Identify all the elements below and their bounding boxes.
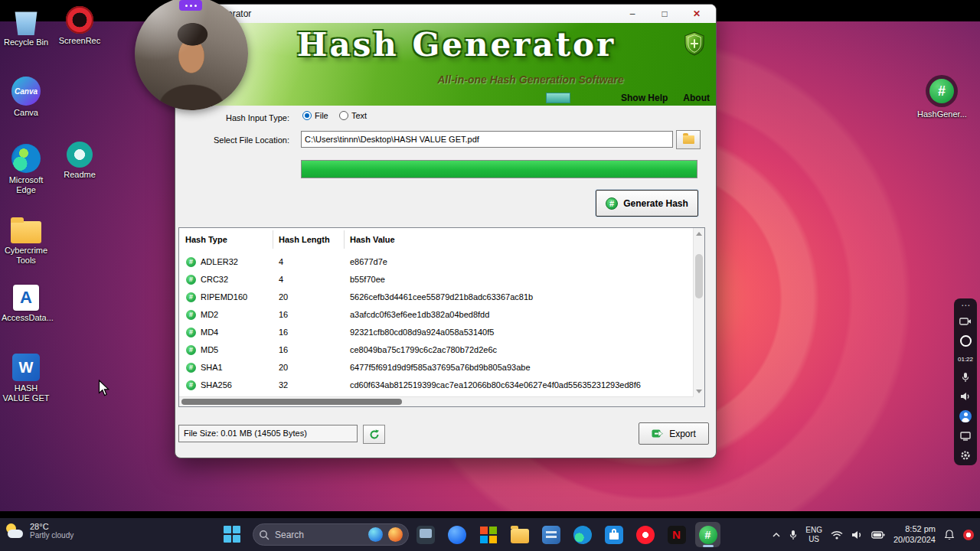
hash-type-cell: CRC32 (201, 271, 228, 289)
taskbar-app-pc[interactable] (413, 522, 438, 547)
col-hash-length[interactable]: Hash Length (279, 235, 330, 244)
hash-row-MD5[interactable]: #MD516ce8049ba75c1799c6c2ac780b72d2e6c (179, 341, 692, 359)
volume-icon[interactable] (851, 530, 863, 540)
search-box[interactable]: Search (253, 523, 409, 546)
col-hash-type[interactable]: Hash Type (185, 235, 227, 244)
hash-row-MD2[interactable]: #MD216a3afcdc0f63ef6ee1db382a04bed8fdd (179, 306, 692, 324)
hash-row-SHA256[interactable]: #SHA25632cd60f634ab812519399cac7ea12066b… (179, 377, 692, 394)
refresh-button[interactable] (363, 425, 385, 444)
export-button[interactable]: Export (639, 422, 709, 445)
recycle-icon (11, 6, 41, 35)
desktop-icon-canva[interactable]: Canva (2, 77, 51, 118)
desktop-icon-folder[interactable]: Cybercrime Tools (2, 216, 51, 265)
hash-icon: # (606, 197, 618, 210)
app-title: Hash Generator (175, 26, 716, 64)
taskbar-app-office[interactable] (475, 522, 501, 547)
tray-mic-icon[interactable] (789, 530, 797, 540)
hash-type-cell: MD2 (201, 306, 218, 324)
scrollbar-thumb[interactable] (695, 254, 703, 298)
readme-icon (67, 142, 93, 168)
display-icon[interactable] (954, 432, 977, 441)
hash-value-cell: ce8049ba75c1799c6c2ac780b72d2e6c (350, 341, 497, 359)
taskbar-app-hashgen[interactable] (695, 522, 720, 547)
desktop-icon-screenrec[interactable]: ScreenRec (55, 6, 104, 46)
hash-generator-window: erator – □ ✕ Hash Generator All-in-one H… (175, 4, 717, 458)
hash-icon: # (929, 79, 954, 103)
language-switcher[interactable]: ENG US (805, 526, 822, 543)
menu-about[interactable]: About (683, 93, 710, 103)
browse-button[interactable] (676, 130, 701, 149)
menu-show-help[interactable]: Show Help (621, 93, 668, 103)
taskbar-app-msg[interactable] (444, 522, 469, 547)
titlebar[interactable]: erator – □ ✕ (175, 5, 716, 23)
scrollbar-thumb[interactable] (181, 399, 402, 405)
webcam-overlay[interactable] (135, 0, 248, 110)
speaker-icon[interactable] (954, 392, 977, 401)
recorder-menu-icon[interactable]: ⋯ (954, 303, 977, 308)
gear-icon[interactable] (954, 450, 977, 461)
desktop-icon-accessdata[interactable]: AccessData... (2, 285, 51, 323)
progress-bar (301, 160, 697, 178)
search-widget-icon[interactable] (388, 527, 403, 542)
file-path-input[interactable] (301, 131, 673, 148)
tray-chevron-icon[interactable] (772, 532, 781, 538)
hash-generator-icon: # (926, 75, 958, 107)
desktop-icon-word[interactable]: HASH VALUE GET (2, 354, 51, 403)
hash-icon: # (186, 257, 196, 267)
code-icon (542, 526, 560, 544)
folder-icon (11, 221, 41, 243)
taskbar-app-code[interactable] (538, 522, 564, 547)
camera-icon[interactable] (954, 317, 977, 326)
horizontal-scrollbar[interactable] (179, 396, 694, 406)
hash-icon: # (186, 310, 196, 320)
hash-row-SHA1[interactable]: #SHA1206477f5f691d9d9f585a37695a76bd9b80… (179, 359, 692, 377)
folder-icon (683, 135, 694, 144)
radio-unchecked-icon (339, 111, 348, 120)
clock[interactable]: 8:52 pm 20/03/2024 (893, 524, 936, 546)
maximize-button[interactable]: □ (648, 5, 681, 23)
screenrec-tray-icon[interactable] (963, 530, 974, 540)
app-banner: Hash Generator All-in-one Hash Generatio… (175, 23, 716, 106)
hash-type-cell: MD5 (201, 341, 218, 359)
generate-hash-button[interactable]: # Generate Hash (596, 190, 698, 217)
desktop-icon-label: Cybercrime Tools (2, 246, 51, 265)
desktop-icon-recycle[interactable]: Recycle Bin (2, 6, 51, 47)
hash-row-RIPEMD160[interactable]: #RIPEMD160205626cefb3d4461cee55879d21b8a… (179, 289, 692, 306)
hash-row-MD4[interactable]: #MD41692321cfb80cd08d9a924a058a53140f5 (179, 324, 692, 341)
text-radio[interactable]: Text (339, 111, 367, 120)
taskbar-app-store[interactable] (601, 522, 626, 547)
vertical-scrollbar[interactable] (693, 228, 704, 406)
col-hash-value[interactable]: Hash Value (350, 235, 395, 244)
file-radio[interactable]: File (302, 111, 328, 120)
desktop-icon-hashgenerator[interactable]: # HashGener... (917, 75, 966, 119)
battery-icon[interactable] (871, 531, 885, 539)
minimize-button[interactable]: – (616, 5, 648, 23)
webcam-menu-button[interactable] (179, 0, 202, 11)
record-icon[interactable] (954, 335, 977, 347)
hash-length-cell: 4 (279, 253, 283, 271)
explorer-icon (511, 529, 529, 543)
file-location-label: Select File Location: (191, 135, 289, 145)
hash-icon: # (186, 292, 196, 302)
hash-icon: # (186, 363, 196, 373)
taskbar-app-explorer[interactable] (507, 522, 532, 547)
desktop-icon-edge[interactable]: Microsoft Edge (2, 144, 51, 194)
scroll-up-icon[interactable] (694, 228, 704, 239)
taskbar-app-netflix[interactable] (664, 522, 689, 547)
close-button[interactable]: ✕ (681, 5, 713, 23)
account-icon[interactable] (954, 410, 977, 422)
screenrec-icon (66, 6, 93, 34)
taskbar-app-opera[interactable] (632, 522, 658, 547)
hash-type-cell: ADLER32 (201, 253, 238, 271)
hash-row-CRC32[interactable]: #CRC324b55f70ee (179, 271, 692, 289)
hash-row-ADLER32[interactable]: #ADLER324e8677d7e (179, 253, 692, 271)
desktop-icon-readme[interactable]: Readme (55, 142, 104, 180)
notification-bell-icon[interactable] (944, 530, 955, 540)
mic-icon[interactable] (954, 372, 977, 383)
taskbar-app-edgeb[interactable] (570, 522, 595, 547)
weather-widget[interactable]: 28°C Partly cloudy (5, 522, 74, 540)
scroll-down-icon[interactable] (694, 386, 704, 396)
start-button[interactable] (224, 526, 240, 543)
wifi-icon[interactable] (831, 530, 843, 540)
search-widget-icon[interactable] (368, 527, 383, 542)
